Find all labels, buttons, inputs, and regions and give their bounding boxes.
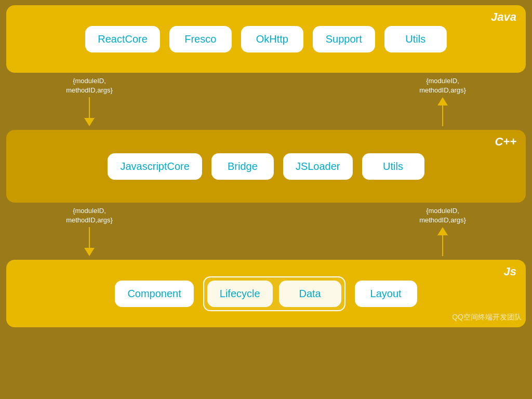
arrow-line-up xyxy=(442,105,444,126)
module-okhttp: OkHttp xyxy=(241,26,303,52)
js-layer: Js Component Lifecycle Data Layout xyxy=(6,260,526,327)
module-utils-cpp: Utils xyxy=(362,153,424,180)
js-modules-row: Component Lifecycle Data Layout xyxy=(16,267,516,320)
module-layout: Layout xyxy=(355,281,417,307)
module-data: Data xyxy=(279,281,341,307)
arrow-up-bottom-right xyxy=(437,227,448,256)
arrow-head-b xyxy=(84,248,95,256)
arrow-group-top-left: {moduleID,methodID,args} xyxy=(37,76,141,126)
arrow-label-top-right: {moduleID,methodID,args} xyxy=(419,76,466,95)
watermark: QQ空间终端开发团队 xyxy=(452,313,522,322)
arrow-head xyxy=(84,118,95,126)
cpp-layer: C++ JavascriptCore Bridge JSLoader Utils xyxy=(6,130,526,203)
arrow-section-bottom: {moduleID,methodID,args} {moduleID,metho… xyxy=(6,203,526,260)
module-component: Component xyxy=(115,281,193,307)
arrow-up-top-right xyxy=(437,97,448,126)
arrow-group-top-right: {moduleID,methodID,args} xyxy=(391,76,495,126)
cpp-modules-row: JavascriptCore Bridge JSLoader Utils xyxy=(16,137,516,195)
arrow-head-up-b xyxy=(437,227,448,235)
module-support: Support xyxy=(313,26,375,52)
arrow-down-top-left xyxy=(84,97,95,126)
module-reactcore: ReactCore xyxy=(85,26,160,52)
module-bridge: Bridge xyxy=(211,153,274,180)
arrow-group-bottom-left: {moduleID,methodID,args} xyxy=(37,206,141,256)
arrow-label-top-left: {moduleID,methodID,args} xyxy=(66,76,113,95)
arrow-line-b xyxy=(89,227,90,248)
java-modules-row: ReactCore Fresco OkHttp Support Utils xyxy=(16,12,516,65)
cpp-label: C++ xyxy=(495,135,516,149)
arrow-section-top: {moduleID,methodID,args} {moduleID,metho… xyxy=(6,73,526,130)
module-jsloader: JSLoader xyxy=(283,153,353,180)
java-label: Java xyxy=(491,10,516,24)
arrow-group-bottom-right: {moduleID,methodID,args} xyxy=(391,206,495,256)
module-javascriptcore: JavascriptCore xyxy=(108,153,202,180)
java-layer: Java ReactCore Fresco OkHttp Support Uti… xyxy=(6,5,526,73)
arrow-head-up xyxy=(437,97,448,105)
module-utils-java: Utils xyxy=(384,26,447,52)
main-container: Java ReactCore Fresco OkHttp Support Uti… xyxy=(0,0,532,399)
js-group-box: Lifecycle Data xyxy=(203,276,345,311)
module-lifecycle: Lifecycle xyxy=(207,281,273,307)
arrow-down-bottom-left xyxy=(84,227,95,256)
module-fresco: Fresco xyxy=(169,26,232,52)
js-label: Js xyxy=(504,265,516,278)
arrow-label-bottom-right: {moduleID,methodID,args} xyxy=(419,206,466,225)
arrow-line-up-b xyxy=(442,235,444,256)
arrow-line xyxy=(89,97,90,118)
arrow-label-bottom-left: {moduleID,methodID,args} xyxy=(66,206,113,225)
